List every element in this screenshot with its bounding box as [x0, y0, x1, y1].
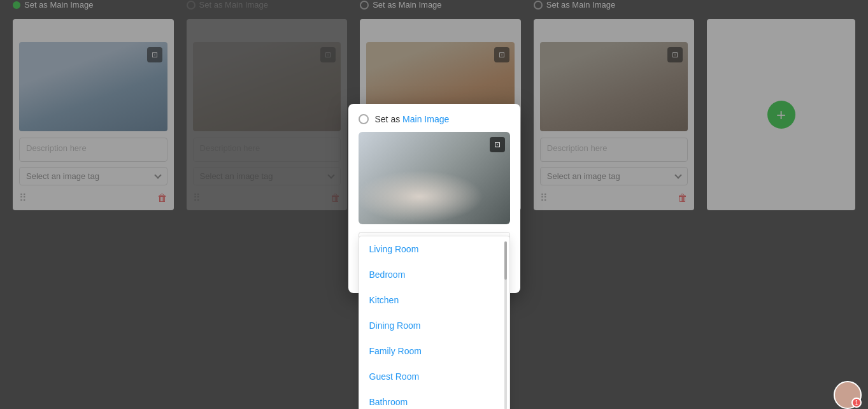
main-image-indicator: Set as Main Image — [13, 0, 93, 10]
tag-select-2: Select an image tag — [193, 167, 341, 185]
add-image-card: + — [707, 19, 855, 210]
crop-icon-1: ⊡ — [147, 47, 162, 62]
main-image-highlight: Main Image — [402, 114, 449, 124]
image-card-2: Set as Main Image ⊡ Description here Sel… — [187, 19, 348, 210]
main-image-indicator-3: Set as Main Image — [360, 0, 441, 10]
card-image-1: ⊡ — [19, 42, 167, 131]
main-image-indicator-2: Set as Main Image — [187, 0, 268, 10]
drag-icon-1: ⠿ — [19, 192, 27, 204]
empty-dot-icon-4 — [534, 1, 543, 10]
modal-tag-select-button[interactable]: Select an image tag ▾ — [359, 259, 510, 283]
dropdown-item-guest-room[interactable]: Guest Room — [359, 364, 509, 389]
add-image-button[interactable]: + — [767, 101, 795, 129]
modal-crop-icon[interactable]: ⊡ — [490, 137, 505, 152]
set-main-label-2: Set as Main Image — [199, 0, 268, 10]
crop-icon-2: ⊡ — [320, 47, 336, 62]
main-image-indicator-4: Set as Main Image — [534, 0, 615, 10]
dropdown-item-dining-room[interactable]: Dining Room — [359, 313, 509, 338]
image-edit-modal: Set as Main Image ⊡ Select an image tag … — [348, 104, 520, 293]
drag-icon-2: ⠿ — [193, 192, 201, 204]
card-image-2: ⊡ — [193, 42, 341, 131]
modal-description-input[interactable] — [359, 232, 510, 253]
modal-title: Set as Main Image — [375, 114, 450, 124]
modal-header: Set as Main Image — [359, 114, 510, 124]
delete-icon-2: 🗑 — [331, 192, 341, 204]
set-main-label-4: Set as Main Image — [546, 0, 615, 10]
avatar-notification-badge: 1 — [851, 398, 862, 408]
tag-select-4: Select an image tag — [540, 167, 688, 185]
card-actions-2: ⠿ 🗑 — [193, 192, 341, 204]
image-card-1: Set as Main Image ⊡ Description here Sel… — [13, 19, 174, 210]
image-card-4: Set as Main Image ⊡ Description here Sel… — [534, 19, 695, 210]
modal-image-bg — [359, 132, 510, 224]
modal-select-arrow-icon: ▾ — [497, 265, 502, 277]
description-field-4: Description here — [540, 138, 688, 162]
delete-icon-4: 🗑 — [678, 192, 688, 204]
modal-select-label: Select an image tag — [367, 266, 440, 276]
set-main-label-1: Set as Main Image — [24, 0, 93, 10]
card-actions-1: ⠿ 🗑 — [19, 192, 167, 204]
crop-icon-3: ⊡ — [494, 47, 509, 62]
card-image-4: ⊡ — [540, 42, 688, 131]
set-main-label-3: Set as Main Image — [373, 0, 441, 10]
delete-icon-1: 🗑 — [157, 192, 167, 204]
main-dot-icon — [13, 1, 20, 9]
tag-select-1: Select an image tag — [19, 167, 167, 185]
dropdown-item-family-room[interactable]: Family Room — [359, 338, 509, 364]
dropdown-item-bathroom[interactable]: Bathroom — [359, 389, 509, 409]
description-field-2: Description here — [193, 138, 341, 162]
description-field-1: Description here — [19, 138, 167, 162]
empty-dot-icon-2 — [187, 1, 196, 10]
crop-icon-4: ⊡ — [667, 47, 683, 62]
empty-dot-icon-3 — [360, 1, 369, 10]
modal-image-preview: ⊡ — [359, 132, 510, 224]
set-main-radio[interactable] — [359, 114, 369, 124]
drag-icon-4: ⠿ — [540, 192, 548, 204]
card-actions-4: ⠿ 🗑 — [540, 192, 688, 204]
